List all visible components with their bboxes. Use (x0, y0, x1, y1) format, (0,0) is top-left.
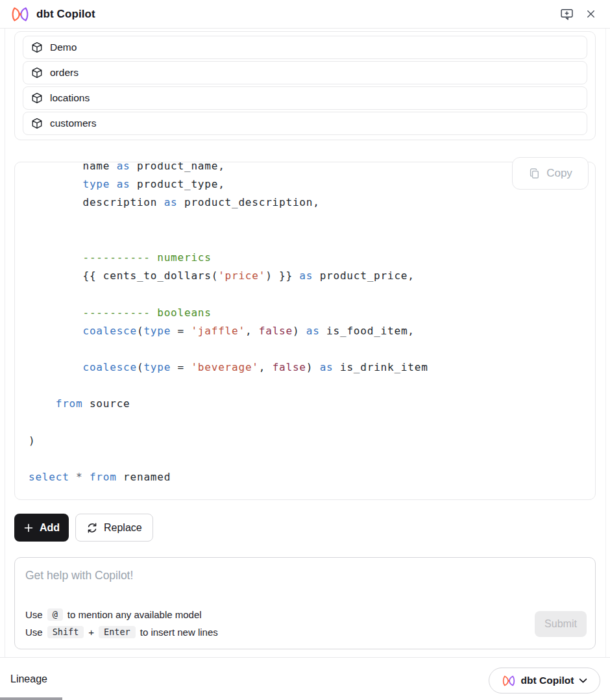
code-content: name as product_name, type as product_ty… (15, 162, 595, 486)
chevron-down-icon (579, 678, 587, 684)
cube-icon (31, 92, 43, 104)
copilot-prompt-input[interactable]: Get help with Copilot! Use@to mention an… (14, 557, 596, 649)
copy-button[interactable]: Copy (512, 157, 589, 190)
page-title: dbt Copilot (36, 8, 95, 21)
add-button[interactable]: Add (14, 514, 69, 542)
refresh-icon (86, 522, 98, 534)
model-chip-customers[interactable]: customers (23, 112, 587, 135)
panel-left-border (5, 29, 5, 657)
prompt-placeholder: Get help with Copilot! (25, 569, 585, 582)
panel-right-border (605, 29, 606, 657)
generated-code-block: name as product_name, type as product_ty… (14, 162, 596, 500)
model-chip-orders[interactable]: orders (23, 61, 587, 84)
add-button-label: Add (40, 522, 60, 534)
copy-icon (528, 168, 541, 180)
copilot-dropdown-label: dbt Copilot (521, 675, 574, 686)
model-chip-demo[interactable]: Demo (23, 36, 587, 59)
dbt-copilot-logo-icon (10, 6, 30, 23)
plus-icon (23, 523, 34, 533)
model-chip-label: orders (50, 67, 79, 79)
replace-button[interactable]: Replace (75, 514, 153, 542)
hint-newlines: UseShift+Enterto insert new lines (25, 623, 218, 640)
cube-icon (31, 67, 43, 79)
model-chip-locations[interactable]: locations (23, 86, 587, 110)
open-in-editor-icon (560, 7, 574, 21)
copy-button-label: Copy (546, 167, 572, 180)
model-chip-label: customers (50, 118, 97, 129)
bottom-bar: Lineage dbt Copilot (0, 657, 610, 700)
close-button[interactable] (583, 6, 598, 21)
open-in-editor-button[interactable] (559, 6, 575, 22)
submit-button[interactable]: Submit (535, 611, 587, 637)
hint-mention: Use@to mention any available model (25, 606, 218, 623)
model-chip-label: locations (50, 92, 90, 104)
cube-icon (31, 42, 43, 53)
prompt-hints: Use@to mention any available model UseSh… (25, 606, 218, 640)
code-scroll-area[interactable]: name as product_name, type as product_ty… (15, 162, 595, 499)
model-list: Demo orders locations customers (14, 31, 596, 140)
copilot-mode-dropdown[interactable]: dbt Copilot (489, 668, 600, 694)
model-chip-label: Demo (50, 42, 77, 53)
tab-lineage[interactable]: Lineage (10, 673, 47, 685)
lineage-tab-underline (0, 697, 62, 700)
close-icon (585, 8, 597, 20)
replace-button-label: Replace (104, 522, 142, 534)
cube-icon (31, 118, 43, 129)
dbt-copilot-logo-icon (502, 675, 516, 687)
copilot-header: dbt Copilot (0, 0, 610, 29)
